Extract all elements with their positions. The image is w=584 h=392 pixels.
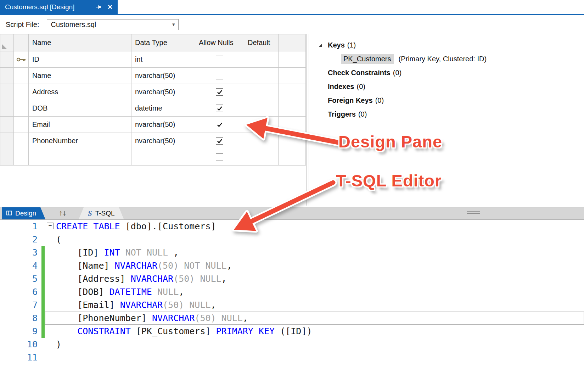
tree-section[interactable]: Foreign Keys(0)	[318, 94, 487, 107]
tree-section[interactable]: Check Constraints(0)	[318, 66, 487, 80]
grid-default-cell[interactable]	[244, 68, 279, 84]
code-text[interactable]: CONSTRAINT [PK_Customers] PRIMARY KEY ([…	[56, 325, 312, 338]
grid-row-selector[interactable]	[0, 51, 14, 68]
tree-pk-row[interactable]: PK_Customers (Primary Key, Clustered: ID…	[318, 52, 487, 66]
script-file-dropdown[interactable]: Customers.sql ▾	[47, 19, 179, 30]
grid-name-cell[interactable]: PhoneNumber	[29, 133, 131, 149]
line-number: 2	[0, 233, 38, 246]
grid-default-cell[interactable]	[244, 51, 279, 68]
keys-tree: Keys (1) PK_Customers (Primary Key, Clus…	[318, 38, 487, 121]
primary-key-icon	[14, 51, 29, 68]
grid-allownulls-cell[interactable]	[195, 68, 244, 84]
grid-row-selector[interactable]	[0, 117, 14, 133]
grid-datatype-cell[interactable]	[131, 149, 195, 166]
tree-keys-row[interactable]: Keys (1)	[318, 38, 487, 52]
editor-line[interactable]: 6 [DOB] DATETIME NULL,	[0, 285, 584, 298]
sort-columns-icon[interactable]: ↑↓	[59, 209, 66, 217]
pane-splitter-vertical[interactable]	[306, 34, 309, 206]
allow-nulls-checkbox[interactable]	[216, 72, 223, 79]
grid-default-cell[interactable]	[244, 133, 279, 149]
allow-nulls-checkbox[interactable]	[216, 105, 223, 112]
line-number: 1	[0, 220, 38, 233]
editor-line[interactable]: 7 [Email] NVARCHAR(50) NULL,	[0, 298, 584, 312]
grid-name-cell[interactable]: ID	[29, 51, 131, 68]
grid-header-name[interactable]: Name	[29, 34, 131, 51]
grid-row-selector[interactable]	[0, 100, 14, 117]
editor-line[interactable]: 10)	[0, 338, 584, 351]
editor-line[interactable]: 8 [PhoneNumber] NVARCHAR(50) NULL,	[0, 312, 584, 325]
tab-tsql[interactable]: S T-SQL	[79, 207, 124, 219]
editor-line[interactable]: 2(	[0, 233, 584, 246]
editor-line[interactable]: 11	[0, 351, 584, 364]
grid-default-cell[interactable]	[244, 117, 279, 133]
code-text[interactable]: )	[56, 338, 61, 351]
grid-row-selector[interactable]	[0, 68, 14, 84]
code-text[interactable]: CREATE TABLE [dbo].[Customers]	[56, 220, 216, 233]
grid-row-selector[interactable]	[0, 84, 14, 100]
tsql-editor[interactable]: 1−CREATE TABLE [dbo].[Customers]2(3 [ID]…	[0, 220, 584, 392]
app-window: Customers.sql [Design] ✕ Script File: Cu…	[0, 0, 584, 392]
allow-nulls-checkbox[interactable]	[216, 88, 223, 96]
grid-name-cell[interactable]	[29, 149, 131, 166]
fold-collapse-icon[interactable]: −	[47, 223, 54, 229]
grid-default-cell[interactable]	[244, 84, 279, 100]
editor-line[interactable]: 4 [Name] NVARCHAR(50) NOT NULL,	[0, 259, 584, 272]
document-tab[interactable]: Customers.sql [Design] ✕	[0, 0, 118, 14]
tsql-script-icon: S	[88, 209, 92, 218]
code-text[interactable]: [DOB] DATETIME NULL,	[56, 285, 184, 298]
editor-line[interactable]: 1−CREATE TABLE [dbo].[Customers]	[0, 220, 584, 233]
grid-datatype-cell[interactable]: nvarchar(50)	[131, 133, 195, 149]
change-bar	[41, 325, 45, 338]
grid-row-icon-cell	[14, 84, 29, 100]
grid-row-selector[interactable]	[0, 149, 14, 166]
grid-header-allownulls[interactable]: Allow Nulls	[195, 34, 244, 51]
grid-header-default[interactable]: Default	[244, 34, 279, 51]
grid-allownulls-cell[interactable]	[195, 100, 244, 117]
splitter-grip[interactable]	[467, 211, 480, 215]
editor-line[interactable]: 5 [Address] NVARCHAR(50) NULL,	[0, 272, 584, 285]
grid-datatype-cell[interactable]: nvarchar(50)	[131, 68, 195, 84]
tab-design[interactable]: Design	[2, 207, 45, 219]
editor-line[interactable]: 9 CONSTRAINT [PK_Customers] PRIMARY KEY …	[0, 325, 584, 338]
grid-datatype-cell[interactable]: datetime	[131, 100, 195, 117]
code-text[interactable]: [ID] INT NOT NULL ,	[56, 246, 179, 259]
grid-name-cell[interactable]: Name	[29, 68, 131, 84]
grid-corner-header[interactable]	[0, 34, 14, 51]
code-text[interactable]: (	[56, 233, 61, 246]
grid-row-selector[interactable]	[0, 133, 14, 149]
pk-name[interactable]: PK_Customers	[341, 54, 394, 64]
allow-nulls-checkbox[interactable]	[216, 153, 223, 161]
code-text[interactable]: [PhoneNumber] NVARCHAR(50) NULL,	[56, 312, 248, 325]
code-text[interactable]: [Address] NVARCHAR(50) NULL,	[56, 272, 227, 285]
line-number: 4	[0, 259, 38, 272]
allow-nulls-checkbox[interactable]	[216, 56, 223, 63]
expander-icon[interactable]	[318, 43, 324, 47]
tree-section[interactable]: Triggers(0)	[318, 107, 487, 121]
grid-allownulls-cell[interactable]	[195, 133, 244, 149]
grid-header-datatype[interactable]: Data Type	[131, 34, 195, 51]
grid-name-cell[interactable]: DOB	[29, 100, 131, 117]
grid-allownulls-cell[interactable]	[195, 117, 244, 133]
keys-count: (1)	[347, 41, 356, 49]
pin-icon[interactable]	[96, 4, 102, 10]
grid-allownulls-cell[interactable]	[195, 149, 244, 166]
editor-line[interactable]: 3 [ID] INT NOT NULL ,	[0, 246, 584, 259]
change-bar	[41, 259, 45, 272]
grid-default-cell[interactable]	[244, 100, 279, 117]
code-text[interactable]: [Name] NVARCHAR(50) NOT NULL,	[56, 259, 232, 272]
grid-name-cell[interactable]: Email	[29, 117, 131, 133]
close-icon[interactable]: ✕	[107, 3, 113, 11]
grid-allownulls-cell[interactable]	[195, 51, 244, 68]
grid-row-icon-cell	[14, 68, 29, 84]
grid-datatype-cell[interactable]: nvarchar(50)	[131, 84, 195, 100]
code-text[interactable]: [Email] NVARCHAR(50) NULL,	[56, 298, 216, 312]
grid-datatype-cell[interactable]: int	[131, 51, 195, 68]
allow-nulls-checkbox[interactable]	[216, 137, 223, 145]
grid-default-cell[interactable]	[244, 149, 279, 166]
tree-section[interactable]: Indexes(0)	[318, 80, 487, 94]
allow-nulls-checkbox[interactable]	[216, 121, 223, 128]
grid-allownulls-cell[interactable]	[195, 84, 244, 100]
grid-name-cell[interactable]: Address	[29, 84, 131, 100]
grid-datatype-cell[interactable]: nvarchar(50)	[131, 117, 195, 133]
grid-filler-cell	[279, 68, 306, 84]
